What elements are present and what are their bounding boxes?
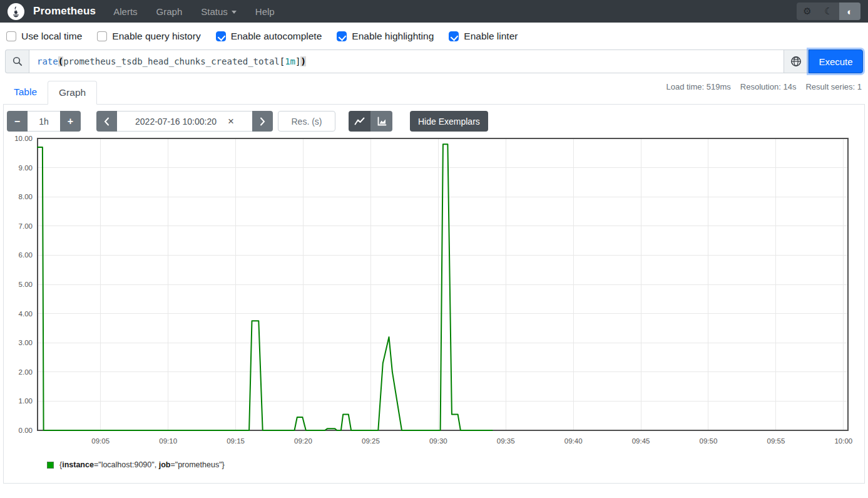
- checkbox-icon[interactable]: [449, 31, 459, 41]
- prometheus-logo-icon: [8, 3, 24, 20]
- stacked-chart-icon[interactable]: [370, 111, 392, 132]
- nav-item-graph[interactable]: Graph: [156, 6, 183, 17]
- nav-item-status[interactable]: Status: [201, 6, 237, 17]
- svg-text:09:10: 09:10: [159, 437, 177, 445]
- checkbox-label: Enable autocomplete: [231, 31, 322, 42]
- checkbox-use-local-time[interactable]: Use local time: [6, 31, 82, 42]
- brand-title: Prometheus: [33, 5, 96, 18]
- checkbox-label: Enable linter: [464, 31, 518, 42]
- svg-text:2.00: 2.00: [19, 368, 33, 376]
- series-label: {instance="localhost:9090", job="prometh…: [59, 460, 225, 469]
- svg-text:6.00: 6.00: [19, 251, 33, 259]
- time-control: 2022-07-16 10:00:20 ×: [96, 111, 273, 132]
- options-row: Use local time Enable query history Enab…: [0, 23, 868, 49]
- svg-text:4.00: 4.00: [19, 310, 33, 318]
- settings-gear-icon[interactable]: ⚙: [797, 3, 818, 20]
- increase-range-button[interactable]: +: [60, 111, 81, 132]
- step-back-button[interactable]: [96, 111, 117, 132]
- checkbox-enable-linter[interactable]: Enable linter: [449, 31, 518, 42]
- checkbox-label: Enable highlighting: [352, 31, 434, 42]
- result-series: Result series: 1: [805, 82, 862, 91]
- svg-text:09:05: 09:05: [91, 437, 110, 445]
- brand[interactable]: Prometheus: [8, 3, 96, 20]
- tab-graph[interactable]: Graph: [48, 81, 97, 105]
- chart-type-toggle: [349, 111, 392, 132]
- svg-text:9.00: 9.00: [19, 164, 33, 172]
- graph-panel: − 1h + 2022-07-16 10:00:20 × Hid: [3, 105, 865, 484]
- end-time-value: 2022-07-16 10:00:20: [135, 117, 217, 127]
- tabs-band: Table Graph Load time: 519ms Resolution:…: [0, 81, 868, 105]
- navbar: Prometheus Alerts Graph Status Help ⚙ ☾ …: [0, 0, 868, 23]
- series-color-swatch: [47, 462, 54, 469]
- time-series-chart[interactable]: 0.001.002.003.004.005.006.007.008.009.00…: [7, 134, 858, 449]
- svg-text:1.00: 1.00: [19, 397, 33, 405]
- svg-text:10:00: 10:00: [834, 437, 852, 445]
- checkbox-label: Use local time: [21, 31, 82, 42]
- tab-table[interactable]: Table: [3, 81, 48, 104]
- svg-text:10.00: 10.00: [14, 135, 33, 142]
- svg-text:09:30: 09:30: [429, 437, 447, 445]
- chart[interactable]: 0.001.002.003.004.005.006.007.008.009.00…: [7, 134, 864, 452]
- checkbox-icon[interactable]: [216, 31, 226, 41]
- checkbox-enable-autocomplete[interactable]: Enable autocomplete: [216, 31, 322, 42]
- resolution-input[interactable]: [278, 111, 335, 132]
- svg-text:7.00: 7.00: [19, 222, 33, 230]
- checkbox-icon[interactable]: [6, 31, 16, 41]
- checkbox-icon[interactable]: [337, 31, 347, 41]
- svg-text:09:35: 09:35: [497, 437, 515, 445]
- dark-mode-moon-icon[interactable]: ☾: [818, 3, 839, 20]
- chart-legend[interactable]: {instance="localhost:9090", job="prometh…: [47, 460, 864, 469]
- nav-links: Alerts Graph Status Help: [113, 6, 274, 17]
- graph-controls: − 1h + 2022-07-16 10:00:20 × Hid: [7, 111, 864, 132]
- svg-text:0.00: 0.00: [19, 427, 33, 434]
- chevron-down-icon: [232, 11, 237, 14]
- checkbox-label: Enable query history: [112, 31, 200, 42]
- svg-text:5.00: 5.00: [19, 281, 33, 288]
- nav-item-help[interactable]: Help: [255, 6, 275, 17]
- svg-text:8.00: 8.00: [19, 193, 33, 200]
- hide-exemplars-button[interactable]: Hide Exemplars: [410, 111, 488, 132]
- checkbox-enable-query-history[interactable]: Enable query history: [97, 31, 200, 42]
- svg-text:09:20: 09:20: [294, 437, 312, 445]
- range-control: − 1h +: [7, 111, 81, 132]
- metrics-explorer-globe-icon[interactable]: [784, 49, 809, 73]
- nav-item-alerts[interactable]: Alerts: [113, 6, 137, 17]
- checkbox-icon[interactable]: [97, 31, 107, 41]
- query-stats: Load time: 519ms Resolution: 14s Result …: [666, 82, 862, 91]
- theme-toggle-group: ⚙ ☾ ◐: [797, 3, 860, 20]
- svg-text:09:25: 09:25: [362, 437, 380, 445]
- svg-text:09:45: 09:45: [632, 437, 650, 445]
- decrease-range-button[interactable]: −: [7, 111, 28, 132]
- end-time-input[interactable]: 2022-07-16 10:00:20 ×: [117, 111, 252, 132]
- load-time: Load time: 519ms: [666, 82, 730, 91]
- svg-text:09:15: 09:15: [227, 437, 245, 445]
- search-icon: [5, 49, 29, 73]
- range-input[interactable]: 1h: [28, 111, 60, 132]
- checkbox-enable-highlighting[interactable]: Enable highlighting: [337, 31, 434, 42]
- clear-time-icon[interactable]: ×: [228, 115, 234, 128]
- expression-input[interactable]: rate(prometheus_tsdb_head_chunks_created…: [29, 49, 784, 73]
- line-chart-icon[interactable]: [349, 111, 370, 132]
- auto-theme-contrast-icon[interactable]: ◐: [839, 3, 860, 20]
- execute-button[interactable]: Execute: [809, 49, 863, 73]
- svg-text:09:40: 09:40: [564, 437, 583, 445]
- resolution: Resolution: 14s: [740, 82, 797, 91]
- svg-text:09:50: 09:50: [700, 437, 718, 445]
- step-forward-button[interactable]: [252, 111, 273, 132]
- svg-text:3.00: 3.00: [19, 339, 33, 346]
- svg-text:09:55: 09:55: [767, 437, 785, 445]
- query-bar: rate(prometheus_tsdb_head_chunks_created…: [5, 49, 863, 73]
